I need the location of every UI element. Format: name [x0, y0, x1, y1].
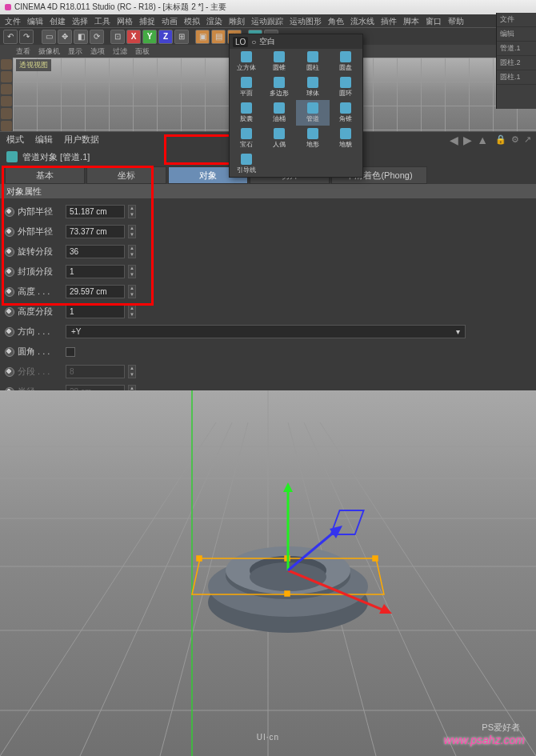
primitive-圆环[interactable]: 圆环 — [330, 74, 363, 100]
tab-基本[interactable]: 基本 — [5, 166, 85, 184]
om-item[interactable]: 编辑 — [497, 27, 536, 42]
menu-雕刻[interactable]: 雕刻 — [229, 16, 245, 26]
coord-system[interactable]: ⊞ — [174, 30, 189, 44]
menu-运动跟踪[interactable]: 运动跟踪 — [251, 16, 283, 26]
primitive-管道[interactable]: 管道 — [296, 100, 330, 126]
poly-mode[interactable] — [1, 121, 12, 131]
menu-插件[interactable]: 插件 — [381, 16, 397, 26]
anim-dot-icon[interactable] — [5, 367, 14, 377]
menu-文件[interactable]: 文件 — [5, 16, 21, 26]
menu-工具[interactable]: 工具 — [94, 16, 110, 26]
prop-input[interactable] — [66, 285, 125, 298]
prop-input[interactable] — [66, 265, 125, 278]
vpmenu-查看[interactable]: 查看 — [16, 46, 30, 56]
anim-dot-icon[interactable] — [5, 307, 14, 317]
prop-input[interactable] — [66, 225, 125, 238]
menu-运动图形[interactable]: 运动图形 — [290, 16, 322, 26]
primitive-圆柱[interactable]: 圆柱 — [296, 49, 330, 74]
redo-button[interactable]: ↷ — [19, 30, 34, 44]
attr-edit-menu[interactable]: 编辑 — [35, 134, 53, 146]
point-mode[interactable] — [1, 96, 12, 106]
select-tool[interactable]: ▭ — [42, 30, 56, 44]
primitive-多边形[interactable]: 多边形 — [263, 74, 297, 100]
recent-tool[interactable]: ⊡ — [110, 30, 125, 44]
tab-坐标[interactable]: 坐标 — [86, 166, 166, 184]
vpmenu-摄像机[interactable]: 摄像机 — [38, 46, 60, 56]
om-item[interactable]: 圆柱.2 — [497, 56, 536, 70]
om-item[interactable]: 管道.1 — [497, 42, 536, 56]
primitive-油桶[interactable]: 油桶 — [263, 100, 297, 126]
attr-back-icon[interactable]: ◀ — [450, 134, 458, 146]
edge-mode[interactable] — [1, 108, 12, 118]
fillet-checkbox[interactable] — [66, 347, 75, 357]
primitive-胶囊[interactable]: 胶囊 — [230, 100, 263, 126]
model-mode[interactable] — [1, 59, 12, 70]
render-button[interactable]: ▣ — [195, 30, 210, 44]
vpmenu-选项[interactable]: 选项 — [90, 46, 105, 56]
primitive-圆锥[interactable]: 圆锥 — [263, 49, 297, 74]
attr-userdata-menu[interactable]: 用户数据 — [64, 134, 99, 146]
spinner[interactable]: ▲▼ — [128, 285, 136, 298]
attr-arrow-icon[interactable]: ↗ — [524, 134, 531, 145]
menu-角色[interactable]: 角色 — [328, 16, 344, 26]
spinner[interactable]: ▲▼ — [128, 245, 136, 258]
spinner[interactable]: ▲▼ — [128, 225, 136, 238]
anim-dot-icon[interactable] — [5, 347, 14, 357]
primitive-人偶[interactable]: 人偶 — [263, 126, 297, 151]
om-item[interactable]: 圆柱.1 — [497, 70, 536, 85]
axis-z-toggle[interactable]: Z — [158, 30, 173, 44]
menu-模拟[interactable]: 模拟 — [184, 16, 200, 26]
undo-button[interactable]: ↶ — [3, 30, 18, 44]
render-region[interactable]: ▤ — [211, 30, 226, 44]
primitive-地貌[interactable]: 地貌 — [330, 126, 363, 151]
attr-lock-icon[interactable]: 🔒 — [495, 134, 506, 145]
primitive-球体[interactable]: 球体 — [296, 74, 330, 100]
perspective-viewport[interactable]: UI·cn — [0, 390, 536, 756]
attr-gear-icon[interactable]: ⚙ — [511, 134, 519, 145]
scale-tool[interactable]: ◧ — [74, 30, 88, 44]
anim-dot-icon[interactable] — [5, 207, 14, 217]
menu-网格[interactable]: 网格 — [117, 16, 133, 26]
spinner[interactable]: ▲▼ — [128, 305, 136, 318]
vpmenu-面板[interactable]: 面板 — [135, 46, 150, 56]
prop-input[interactable] — [66, 305, 125, 318]
vpmenu-过滤[interactable]: 过滤 — [113, 46, 127, 56]
anim-dot-icon[interactable] — [5, 267, 14, 277]
menu-流水线[interactable]: 流水线 — [350, 16, 374, 26]
menu-编辑[interactable]: 编辑 — [27, 16, 43, 26]
spinner[interactable]: ▲▼ — [128, 205, 136, 218]
axis-x-toggle[interactable]: X — [126, 30, 141, 44]
primitive-宝石[interactable]: 宝石 — [230, 126, 263, 151]
attr-mode-menu[interactable]: 模式 — [6, 134, 24, 146]
vpmenu-显示[interactable]: 显示 — [68, 46, 82, 56]
anim-dot-icon[interactable] — [5, 227, 14, 237]
move-tool[interactable]: ✥ — [58, 30, 72, 44]
primitive-引导线[interactable]: 引导线 — [230, 151, 263, 177]
menu-渲染[interactable]: 渲染 — [206, 16, 222, 26]
direction-dropdown[interactable]: +Y▾ — [66, 325, 466, 338]
prop-input[interactable] — [66, 245, 125, 258]
spinner[interactable]: ▲▼ — [128, 265, 136, 278]
primitive-角锥[interactable]: 角锥 — [330, 100, 363, 126]
menu-捕捉[interactable]: 捕捉 — [139, 16, 155, 26]
menu-动画[interactable]: 动画 — [162, 16, 178, 26]
om-item[interactable]: 文件 — [497, 13, 536, 27]
primitive-圆盘[interactable]: 圆盘 — [330, 49, 363, 74]
primitive-立方体[interactable]: 立方体 — [230, 49, 263, 74]
menu-帮助[interactable]: 帮助 — [448, 16, 464, 26]
popup-null-icon[interactable]: ○ — [251, 38, 256, 46]
attr-fwd-icon[interactable]: ▶ — [463, 134, 472, 146]
texture-mode[interactable] — [1, 84, 12, 94]
menu-脚本[interactable]: 脚本 — [403, 16, 419, 26]
anim-dot-icon[interactable] — [5, 327, 14, 337]
axis-y-toggle[interactable]: Y — [142, 30, 157, 44]
prop-input[interactable] — [66, 205, 125, 218]
anim-dot-icon[interactable] — [5, 247, 14, 257]
rotate-tool[interactable]: ⟳ — [90, 30, 104, 44]
attr-up-icon[interactable]: ▲ — [477, 134, 488, 146]
menu-窗口[interactable]: 窗口 — [426, 16, 442, 26]
menu-创建[interactable]: 创建 — [50, 16, 66, 26]
menu-选择[interactable]: 选择 — [72, 16, 88, 26]
primitive-地形[interactable]: 地形 — [296, 126, 330, 151]
anim-dot-icon[interactable] — [5, 287, 14, 297]
